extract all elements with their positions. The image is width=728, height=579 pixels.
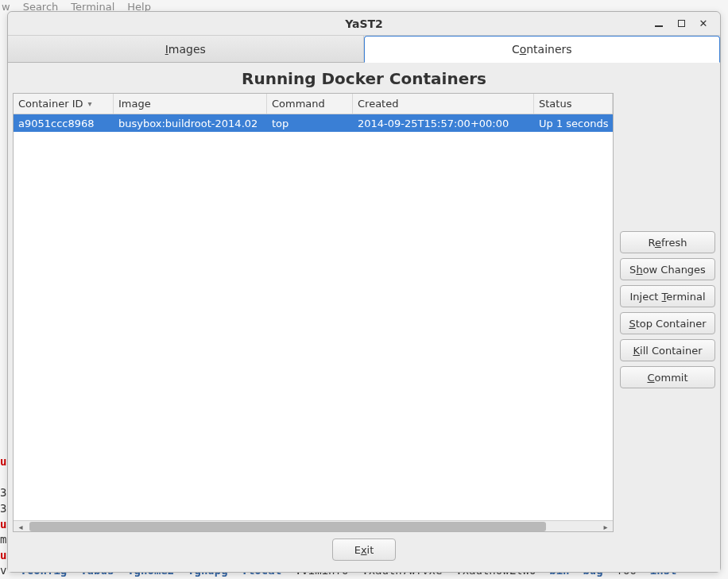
table-body: a9051ccc8968 busybox:buildroot-2014.02 t… xyxy=(14,114,613,520)
yast2-window: YaST2 Images Containers Running Docker C… xyxy=(7,11,721,573)
scroll-left-icon[interactable]: ◂ xyxy=(15,521,26,532)
th-image[interactable]: Image xyxy=(114,94,267,114)
scroll-thumb[interactable] xyxy=(29,522,546,531)
window-title: YaST2 xyxy=(8,17,720,30)
th-command[interactable]: Command xyxy=(267,94,353,114)
refresh-button[interactable]: Refresh xyxy=(620,231,715,253)
tab-bar: Images Containers xyxy=(8,36,720,63)
exit-button[interactable]: Exit xyxy=(332,538,396,561)
footer: Exit xyxy=(13,532,715,567)
th-created-label: Created xyxy=(358,98,398,110)
horizontal-scrollbar[interactable]: ◂ ▸ xyxy=(14,520,613,531)
page-heading: Running Docker Containers xyxy=(13,63,715,93)
th-command-label: Command xyxy=(272,98,325,110)
inject-terminal-button[interactable]: Inject Terminal xyxy=(620,285,715,307)
table-row[interactable]: a9051ccc8968 busybox:buildroot-2014.02 t… xyxy=(14,114,613,132)
th-container-id[interactable]: Container ID ▾ xyxy=(14,94,114,114)
th-container-id-label: Container ID xyxy=(18,98,83,110)
maximize-icon xyxy=(678,20,685,27)
body-row: Container ID ▾ Image Command Created Sta… xyxy=(13,93,715,532)
th-status-label: Status xyxy=(539,98,571,110)
sort-indicator-icon: ▾ xyxy=(88,99,92,108)
titlebar[interactable]: YaST2 xyxy=(8,12,720,36)
th-image-label: Image xyxy=(118,98,151,110)
window-controls xyxy=(652,12,717,35)
close-button[interactable] xyxy=(696,17,711,31)
cell-status: Up 1 seconds xyxy=(534,118,613,129)
scroll-right-icon[interactable]: ▸ xyxy=(600,521,611,532)
tab-containers[interactable]: Containers xyxy=(364,36,721,63)
maximize-button[interactable] xyxy=(674,17,688,31)
show-changes-button[interactable]: Show Changes xyxy=(620,258,715,280)
stop-container-button[interactable]: Stop Container xyxy=(620,312,715,334)
cell-created: 2014-09-25T15:57:00+00:00 xyxy=(353,118,534,129)
commit-button[interactable]: Commit xyxy=(620,366,715,388)
side-buttons: Refresh Show Changes Inject Terminal Sto… xyxy=(620,93,715,532)
table-header: Container ID ▾ Image Command Created Sta… xyxy=(14,94,613,114)
tab-containers-label: ntainers xyxy=(526,43,571,56)
th-status[interactable]: Status xyxy=(534,94,613,114)
minimize-icon xyxy=(655,25,663,27)
minimize-button[interactable] xyxy=(652,17,666,31)
th-created[interactable]: Created xyxy=(353,94,534,114)
content-area: Running Docker Containers Container ID ▾… xyxy=(8,63,720,572)
kill-container-button[interactable]: Kill Container xyxy=(620,339,715,361)
cell-container-id: a9051ccc8968 xyxy=(14,118,114,129)
tab-images[interactable]: Images xyxy=(8,36,364,62)
containers-table[interactable]: Container ID ▾ Image Command Created Sta… xyxy=(13,93,614,532)
bg-menu-view: w xyxy=(2,1,10,13)
tab-images-label: mages xyxy=(168,43,206,56)
cell-image: busybox:buildroot-2014.02 xyxy=(114,118,267,129)
cell-command: top xyxy=(267,118,353,129)
